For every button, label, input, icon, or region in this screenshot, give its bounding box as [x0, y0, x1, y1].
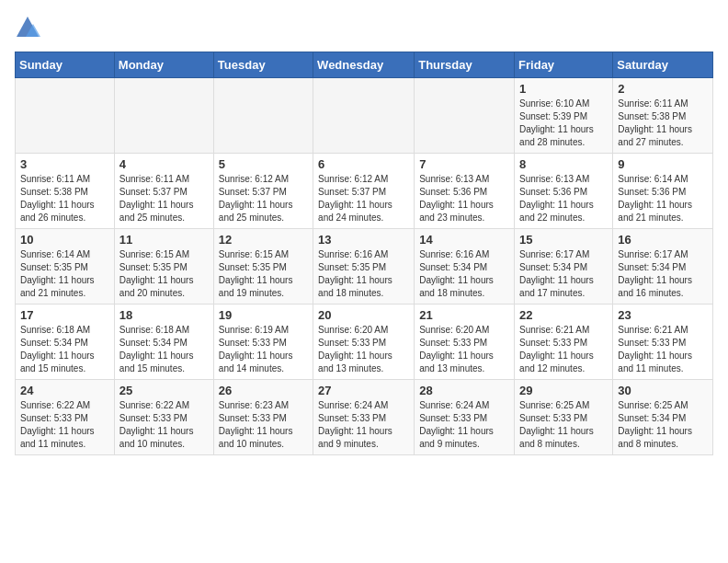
- calendar-day-cell: 29Sunrise: 6:25 AMSunset: 5:33 PMDayligh…: [515, 380, 613, 455]
- day-number: 6: [318, 157, 409, 171]
- day-info: Sunrise: 6:16 AMSunset: 5:34 PMDaylight:…: [419, 248, 509, 300]
- day-info: Sunrise: 6:15 AMSunset: 5:35 PMDaylight:…: [219, 248, 308, 300]
- day-number: 24: [20, 384, 109, 397]
- day-number: 29: [519, 384, 608, 397]
- day-number: 20: [318, 308, 409, 322]
- day-number: 5: [219, 157, 308, 171]
- calendar-header-cell: Saturday: [613, 52, 713, 78]
- day-info: Sunrise: 6:21 AMSunset: 5:33 PMDaylight:…: [618, 324, 708, 375]
- day-number: 16: [618, 233, 708, 247]
- calendar-day-cell: 22Sunrise: 6:21 AMSunset: 5:33 PMDayligh…: [515, 304, 613, 380]
- day-info: Sunrise: 6:17 AMSunset: 5:34 PMDaylight:…: [519, 248, 608, 300]
- calendar-day-cell: 1Sunrise: 6:10 AMSunset: 5:39 PMDaylight…: [515, 78, 613, 154]
- calendar-day-cell: [213, 78, 313, 154]
- calendar-day-cell: 15Sunrise: 6:17 AMSunset: 5:34 PMDayligh…: [515, 229, 613, 304]
- day-number: 25: [119, 384, 209, 397]
- day-info: Sunrise: 6:25 AMSunset: 5:34 PMDaylight:…: [618, 399, 708, 451]
- day-info: Sunrise: 6:13 AMSunset: 5:36 PMDaylight:…: [519, 173, 608, 224]
- calendar-day-cell: 27Sunrise: 6:24 AMSunset: 5:33 PMDayligh…: [313, 380, 415, 455]
- calendar-day-cell: 6Sunrise: 6:12 AMSunset: 5:37 PMDaylight…: [313, 154, 415, 229]
- day-info: Sunrise: 6:16 AMSunset: 5:35 PMDaylight:…: [318, 248, 409, 300]
- day-info: Sunrise: 6:20 AMSunset: 5:33 PMDaylight:…: [419, 324, 509, 375]
- day-number: 19: [219, 308, 308, 322]
- day-info: Sunrise: 6:10 AMSunset: 5:39 PMDaylight:…: [519, 98, 608, 149]
- day-info: Sunrise: 6:15 AMSunset: 5:35 PMDaylight:…: [119, 248, 209, 300]
- calendar-day-cell: 19Sunrise: 6:19 AMSunset: 5:33 PMDayligh…: [213, 304, 313, 380]
- calendar-week-row: 1Sunrise: 6:10 AMSunset: 5:39 PMDaylight…: [16, 78, 713, 154]
- day-number: 18: [119, 308, 209, 322]
- day-info: Sunrise: 6:24 AMSunset: 5:33 PMDaylight:…: [318, 399, 409, 451]
- day-number: 17: [20, 308, 109, 322]
- calendar-day-cell: 21Sunrise: 6:20 AMSunset: 5:33 PMDayligh…: [415, 304, 515, 380]
- day-number: 7: [419, 157, 509, 171]
- day-number: 3: [20, 157, 109, 171]
- calendar-day-cell: 9Sunrise: 6:14 AMSunset: 5:36 PMDaylight…: [613, 154, 713, 229]
- calendar-day-cell: 2Sunrise: 6:11 AMSunset: 5:38 PMDaylight…: [613, 78, 713, 154]
- calendar-day-cell: 13Sunrise: 6:16 AMSunset: 5:35 PMDayligh…: [313, 229, 415, 304]
- calendar-header-cell: Sunday: [16, 52, 115, 78]
- day-number: 12: [219, 233, 308, 247]
- day-info: Sunrise: 6:11 AMSunset: 5:38 PMDaylight:…: [20, 173, 109, 224]
- day-number: 21: [419, 308, 509, 322]
- day-number: 27: [318, 384, 409, 397]
- calendar-week-row: 3Sunrise: 6:11 AMSunset: 5:38 PMDaylight…: [16, 154, 713, 229]
- day-info: Sunrise: 6:25 AMSunset: 5:33 PMDaylight:…: [519, 399, 608, 451]
- calendar-day-cell: 7Sunrise: 6:13 AMSunset: 5:36 PMDaylight…: [415, 154, 515, 229]
- day-number: 13: [318, 233, 409, 247]
- calendar-header-row: SundayMondayTuesdayWednesdayThursdayFrid…: [16, 52, 713, 78]
- calendar-day-cell: 24Sunrise: 6:22 AMSunset: 5:33 PMDayligh…: [16, 380, 115, 455]
- calendar-week-row: 17Sunrise: 6:18 AMSunset: 5:34 PMDayligh…: [16, 304, 713, 380]
- day-info: Sunrise: 6:11 AMSunset: 5:38 PMDaylight:…: [618, 98, 708, 149]
- day-info: Sunrise: 6:22 AMSunset: 5:33 PMDaylight:…: [119, 399, 209, 451]
- day-number: 1: [519, 82, 608, 96]
- calendar-header-cell: Thursday: [415, 52, 515, 78]
- calendar-day-cell: 3Sunrise: 6:11 AMSunset: 5:38 PMDaylight…: [16, 154, 115, 229]
- day-number: 23: [618, 308, 708, 322]
- calendar-day-cell: 30Sunrise: 6:25 AMSunset: 5:34 PMDayligh…: [613, 380, 713, 455]
- day-number: 30: [618, 384, 708, 397]
- day-info: Sunrise: 6:14 AMSunset: 5:35 PMDaylight:…: [20, 248, 109, 300]
- calendar-day-cell: 26Sunrise: 6:23 AMSunset: 5:33 PMDayligh…: [213, 380, 313, 455]
- calendar-day-cell: 23Sunrise: 6:21 AMSunset: 5:33 PMDayligh…: [613, 304, 713, 380]
- calendar-header-cell: Wednesday: [313, 52, 415, 78]
- day-number: 9: [618, 157, 708, 171]
- day-number: 22: [519, 308, 608, 322]
- day-number: 26: [219, 384, 308, 397]
- day-number: 4: [119, 157, 209, 171]
- day-info: Sunrise: 6:18 AMSunset: 5:34 PMDaylight:…: [20, 324, 109, 375]
- logo: [15, 15, 44, 40]
- day-info: Sunrise: 6:22 AMSunset: 5:33 PMDaylight:…: [20, 399, 109, 451]
- calendar-day-cell: [16, 78, 115, 154]
- day-number: 28: [419, 384, 509, 397]
- page-header: [15, 15, 713, 40]
- calendar-day-cell: 16Sunrise: 6:17 AMSunset: 5:34 PMDayligh…: [613, 229, 713, 304]
- day-info: Sunrise: 6:17 AMSunset: 5:34 PMDaylight:…: [618, 248, 708, 300]
- calendar-day-cell: [114, 78, 213, 154]
- calendar-week-row: 10Sunrise: 6:14 AMSunset: 5:35 PMDayligh…: [16, 229, 713, 304]
- calendar-day-cell: 25Sunrise: 6:22 AMSunset: 5:33 PMDayligh…: [114, 380, 213, 455]
- day-info: Sunrise: 6:13 AMSunset: 5:36 PMDaylight:…: [419, 173, 509, 224]
- calendar-day-cell: 14Sunrise: 6:16 AMSunset: 5:34 PMDayligh…: [415, 229, 515, 304]
- calendar-day-cell: 17Sunrise: 6:18 AMSunset: 5:34 PMDayligh…: [16, 304, 115, 380]
- calendar-day-cell: 5Sunrise: 6:12 AMSunset: 5:37 PMDaylight…: [213, 154, 313, 229]
- calendar-week-row: 24Sunrise: 6:22 AMSunset: 5:33 PMDayligh…: [16, 380, 713, 455]
- calendar-header-cell: Tuesday: [213, 52, 313, 78]
- calendar-day-cell: 4Sunrise: 6:11 AMSunset: 5:37 PMDaylight…: [114, 154, 213, 229]
- day-info: Sunrise: 6:23 AMSunset: 5:33 PMDaylight:…: [219, 399, 308, 451]
- calendar-day-cell: 10Sunrise: 6:14 AMSunset: 5:35 PMDayligh…: [16, 229, 115, 304]
- calendar-day-cell: 28Sunrise: 6:24 AMSunset: 5:33 PMDayligh…: [415, 380, 515, 455]
- day-number: 10: [20, 233, 109, 247]
- day-info: Sunrise: 6:19 AMSunset: 5:33 PMDaylight:…: [219, 324, 308, 375]
- calendar-day-cell: 12Sunrise: 6:15 AMSunset: 5:35 PMDayligh…: [213, 229, 313, 304]
- calendar-day-cell: 8Sunrise: 6:13 AMSunset: 5:36 PMDaylight…: [515, 154, 613, 229]
- day-info: Sunrise: 6:21 AMSunset: 5:33 PMDaylight:…: [519, 324, 608, 375]
- day-number: 2: [618, 82, 708, 96]
- logo-icon: [15, 15, 40, 40]
- calendar-table: SundayMondayTuesdayWednesdayThursdayFrid…: [15, 52, 713, 455]
- calendar-header-cell: Monday: [114, 52, 213, 78]
- calendar-day-cell: 18Sunrise: 6:18 AMSunset: 5:34 PMDayligh…: [114, 304, 213, 380]
- calendar-header-cell: Friday: [515, 52, 613, 78]
- day-number: 8: [519, 157, 608, 171]
- day-info: Sunrise: 6:18 AMSunset: 5:34 PMDaylight:…: [119, 324, 209, 375]
- calendar-day-cell: 20Sunrise: 6:20 AMSunset: 5:33 PMDayligh…: [313, 304, 415, 380]
